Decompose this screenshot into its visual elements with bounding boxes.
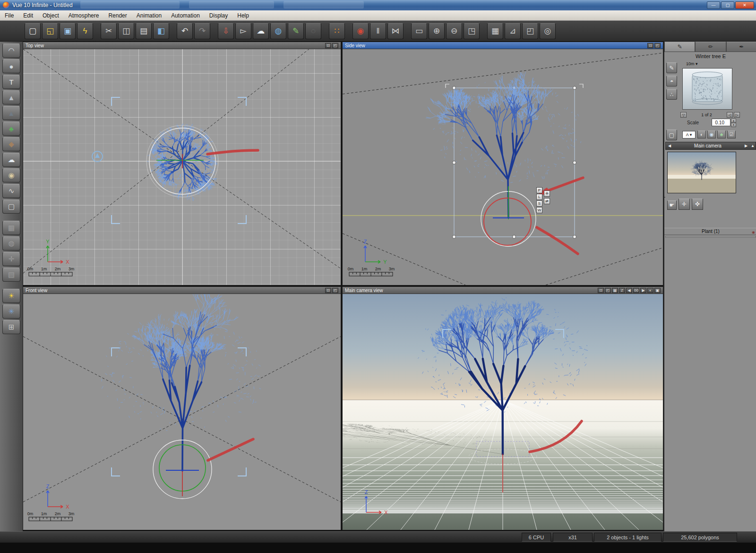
- redo-button[interactable]: ↷: [194, 23, 210, 39]
- selection-bounding-box[interactable]: [454, 88, 575, 237]
- viewport-side-canvas[interactable]: ZY0m1m2m3mPLSW✛⇄: [343, 49, 663, 285]
- cut-button[interactable]: ✂: [101, 23, 117, 39]
- duplicate-button[interactable]: ◧: [153, 23, 169, 39]
- scale-spinner[interactable]: ▲▼: [731, 119, 736, 126]
- layout-view-button[interactable]: ◰: [332, 43, 338, 48]
- cube-tool-button[interactable]: ▢: [2, 199, 20, 214]
- color-swatches-button[interactable]: ∷: [329, 23, 345, 39]
- object-gizmo-p-button[interactable]: P: [536, 187, 542, 193]
- zoom-out-button[interactable]: ⊖: [446, 23, 462, 39]
- object-gizmo-icon-button[interactable]: ⇄: [544, 198, 550, 204]
- save-scene-button[interactable]: ▣: [60, 23, 76, 39]
- camera-next-button[interactable]: ▶: [742, 144, 750, 148]
- viewport-side-header[interactable]: Side view ⊡◰: [343, 42, 663, 49]
- menu-display[interactable]: Display: [205, 11, 232, 20]
- zoom-in-button[interactable]: ⊕: [429, 23, 445, 39]
- winter-tree-object[interactable]: [426, 72, 581, 218]
- object-size-dropdown[interactable]: 10m ▾: [686, 61, 698, 66]
- paint-tab[interactable]: ✎: [664, 42, 695, 52]
- open-scene-button[interactable]: ◱: [42, 23, 58, 39]
- camera-prev-button[interactable]: ◀: [666, 144, 673, 148]
- maximize-button[interactable]: ▢: [721, 1, 734, 9]
- marquee-select-button[interactable]: ▭: [411, 23, 427, 39]
- selection-handle[interactable]: [573, 161, 576, 164]
- scale-input[interactable]: 0.10: [712, 119, 730, 126]
- plant-variant-button[interactable]: ♣: [717, 130, 726, 138]
- menu-render[interactable]: Render: [103, 11, 131, 20]
- selection-handle[interactable]: [453, 161, 456, 164]
- viewport-camera-canvas[interactable]: ZX: [343, 294, 663, 530]
- viewport-front-header[interactable]: Front view ⊡◰: [23, 287, 341, 294]
- winter-tree-object[interactable]: [102, 294, 261, 471]
- viewport-front-canvas[interactable]: ZX0m1m2m3m: [23, 294, 341, 530]
- camera-preview-thumbnail[interactable]: [667, 152, 736, 193]
- pager-next-button[interactable]: ▷: [734, 112, 740, 118]
- disabled-tool-button[interactable]: ◌: [305, 23, 321, 39]
- light-tool-button[interactable]: ☀: [2, 289, 20, 303]
- viewport-top-canvas[interactable]: YX0m1m2m3m: [23, 49, 341, 285]
- edit-tab[interactable]: ✏: [695, 42, 726, 52]
- frame-prev-button[interactable]: ◀: [626, 288, 632, 293]
- menu-automation[interactable]: Automation: [166, 11, 205, 20]
- minimize-button[interactable]: —: [707, 1, 720, 9]
- peak-tool-button[interactable]: ▲: [2, 106, 20, 120]
- solo-object-button[interactable]: ◐: [697, 130, 706, 138]
- render-scene-button[interactable]: ◉: [352, 23, 369, 39]
- z-buffer-button[interactable]: Z: [619, 288, 625, 293]
- group-tool-1-button[interactable]: ▦: [2, 221, 20, 235]
- sphere-tool-button[interactable]: ●: [2, 59, 20, 73]
- visibility-check-button[interactable]: ☑: [727, 130, 736, 138]
- paste-button[interactable]: ▤: [136, 23, 152, 39]
- layout-view-button[interactable]: ◰: [332, 288, 338, 293]
- drop-object-button[interactable]: ⇩: [218, 23, 234, 39]
- menu-file[interactable]: File: [0, 11, 18, 20]
- effects-tool-button[interactable]: ✳: [2, 304, 20, 319]
- quick-render-button[interactable]: ϟ: [77, 23, 93, 39]
- timeline-button[interactable]: ▦: [487, 23, 503, 39]
- group-tool-4-button[interactable]: ▧: [2, 268, 20, 282]
- material-preview-button[interactable]: ◉: [707, 130, 716, 138]
- pager-collapse-button[interactable]: ▽: [680, 112, 687, 118]
- frame-counter-button[interactable]: 00: [633, 288, 639, 293]
- terrain-tool-button[interactable]: ◠: [2, 43, 20, 58]
- pick-object-button[interactable]: ▻: [235, 23, 251, 39]
- save-view-button[interactable]: ▣: [654, 288, 661, 293]
- scale-spin-arrow[interactable]: ▼: [731, 123, 736, 127]
- render-options-button[interactable]: ⋈: [387, 23, 404, 39]
- layer-copy-tool-button[interactable]: ⊞: [2, 320, 20, 334]
- new-scene-button[interactable]: ▢: [25, 23, 41, 39]
- pause-render-button[interactable]: ‖: [370, 23, 386, 39]
- orbit-pad-button[interactable]: ✜: [692, 199, 703, 210]
- flag-view-button[interactable]: [664, 197, 665, 198]
- group-tool-2-button[interactable]: ◍: [2, 236, 20, 251]
- move-pad-button[interactable]: ✛: [679, 199, 690, 210]
- eye-icon[interactable]: ◉: [752, 229, 755, 236]
- metaball-tool-button[interactable]: ◉: [2, 168, 20, 182]
- edit-object-button[interactable]: ✎: [666, 62, 677, 73]
- render-view-button[interactable]: ▦: [612, 288, 618, 293]
- plant-tool-button[interactable]: ♣: [2, 121, 20, 136]
- menu-atmosphere[interactable]: Atmosphere: [64, 11, 104, 20]
- maximize-view-button[interactable]: ⊡: [325, 288, 331, 293]
- object-gizmo-w-button[interactable]: W: [536, 207, 542, 213]
- cloud-tool-button[interactable]: ☁: [253, 23, 269, 39]
- maximize-view-button[interactable]: ⊡: [647, 43, 653, 48]
- object-gizmo-icon-button[interactable]: ✛: [544, 190, 550, 197]
- pager-prev-button[interactable]: ◁: [727, 112, 733, 118]
- maximize-view-button[interactable]: ⊡: [598, 288, 604, 293]
- snapshot-button[interactable]: ◎: [540, 23, 556, 39]
- cloud-object-tool-button[interactable]: ☁: [2, 153, 20, 167]
- animation-setup-button[interactable]: ⊿: [505, 23, 521, 39]
- menu-edit[interactable]: Edit: [18, 11, 38, 20]
- undo-button[interactable]: ↶: [177, 23, 193, 39]
- camera-up-button[interactable]: ▲: [750, 144, 756, 148]
- scale-spin-arrow[interactable]: ▲: [731, 119, 736, 123]
- collection-bar[interactable]: Plant (1) ◉: [664, 228, 756, 235]
- selection-handle[interactable]: [573, 235, 576, 239]
- viewport-top-header[interactable]: Top view ⊡◰: [23, 42, 341, 49]
- object-preview[interactable]: [682, 68, 732, 110]
- pan-hand-button[interactable]: ☛: [667, 200, 677, 210]
- color-dots-button[interactable]: ∴: [666, 89, 677, 100]
- maximize-view-button[interactable]: ⊡: [325, 43, 331, 48]
- material-balls-button[interactable]: ◓: [666, 76, 677, 86]
